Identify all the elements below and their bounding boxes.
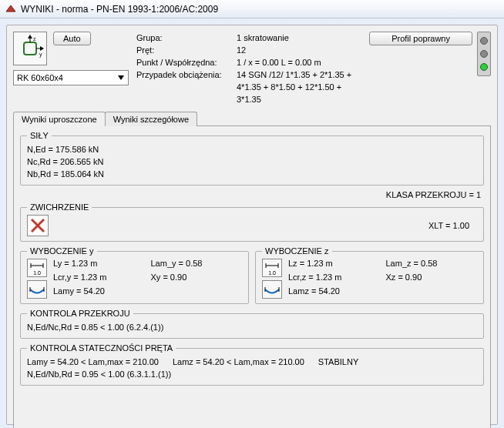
window-title: WYNIKI - norma - PN-EN 1993-1:2006/AC:20… xyxy=(21,4,218,15)
wyb-z-lamz2: Lamz = 54.20 xyxy=(288,286,380,299)
profile-combo-value: RK 60x60x4 xyxy=(17,73,63,82)
wyb-z-lcr: Lcr,z = 1.23 m xyxy=(288,273,380,285)
length-z-icon[interactable]: 1.0 xyxy=(262,259,282,277)
svg-marker-7 xyxy=(118,75,124,80)
kontrola-s-c1: Lamy = 54.20 < Lam,max = 210.00 xyxy=(27,356,159,368)
wyboczenie-y-fieldset: WYBOCZENIE y 1.0 xyxy=(20,246,249,304)
svg-marker-2 xyxy=(28,35,32,38)
svg-marker-5 xyxy=(40,46,44,51)
wyb-y-ly: Ly = 1.23 m xyxy=(53,259,145,271)
section-preview-icon[interactable]: z y xyxy=(13,32,47,65)
kontrola-statecznosci-fieldset: KONTROLA STATECZNOŚCI PRĘTA Lamy = 54.20… xyxy=(20,343,484,386)
svg-text:y: y xyxy=(39,52,42,58)
buckling-y-icon[interactable] xyxy=(27,280,47,299)
zwichrzenie-fieldset: ZWICHRZENIE XLT = 1.00 xyxy=(20,202,484,242)
kontrola-s-c3: STABILNY xyxy=(318,356,358,368)
auto-button[interactable]: Auto xyxy=(53,32,91,45)
wyb-z-xz: Xz = 0.90 xyxy=(386,273,478,285)
zwich-legend: ZWICHRZENIE xyxy=(27,202,92,212)
tab-detailed[interactable]: Wyniki szczegółowe xyxy=(105,112,197,126)
wyb-z-lamz: Lam_z = 0.58 xyxy=(386,259,478,271)
buckling-z-icon[interactable] xyxy=(262,280,282,299)
tabs: Wyniki uproszczone Wyniki szczegółowe xyxy=(13,112,491,126)
traffic-yellow-icon xyxy=(480,50,488,58)
wyb-y-lamy2: Lamy = 54.20 xyxy=(53,286,145,299)
kontrola-przekroju-fieldset: KONTROLA PRZEKROJU N,Ed/Nc,Rd = 0.85 < 1… xyxy=(20,309,484,339)
svg-text:z: z xyxy=(33,36,36,42)
kontrola-s-c2: Lamz = 54.20 < Lam,max = 210.00 xyxy=(173,356,304,368)
wyb-y-legend: WYBOCZENIE y xyxy=(27,246,97,256)
sily-legend: SIŁY xyxy=(27,131,52,140)
top-left: z y Auto RK 60x60x4 xyxy=(13,32,130,105)
sily-ncrd: Nc,Rd = 206.565 kN xyxy=(27,155,477,168)
grupa-label: Grupa: xyxy=(136,32,237,44)
app-icon xyxy=(5,3,17,15)
sily-ned: N,Ed = 175.586 kN xyxy=(27,143,477,155)
kontrola-p-legend: KONTROLA PRZEKROJU xyxy=(27,309,133,318)
kontrola-p-l1: N,Ed/Nc,Rd = 0.85 < 1.00 (6.2.4.(1)) xyxy=(27,321,477,333)
kontrola-s-l2: N,Ed/Nb,Rd = 0.95 < 1.00 (6.3.1.1.(1)) xyxy=(27,368,477,380)
wyb-y-xy: Xy = 0.90 xyxy=(151,273,243,285)
kontrola-s-legend: KONTROLA STATECZNOŚCI PRĘTA xyxy=(27,343,176,353)
wyb-y-lamy: Lam_y = 0.58 xyxy=(151,259,243,271)
przypadek-label: Przypadek obciążenia: xyxy=(136,69,237,105)
tab-simplified[interactable]: Wyniki uproszczone xyxy=(13,112,106,126)
sily-fieldset: SIŁY N,Ed = 175.586 kN Nc,Rd = 206.565 k… xyxy=(20,131,484,186)
wyb-z-lz: Lz = 1.23 m xyxy=(288,259,380,271)
profile-status: Profil poprawny xyxy=(369,32,491,105)
xlt-value: XLT = 1.00 xyxy=(428,221,469,230)
pret-value: 12 xyxy=(237,44,363,56)
przypadek-value: 14 SGN /12/ 1*1.35 + 2*1.35 + 4*1.35 + 8… xyxy=(237,69,363,105)
wyb-z-legend: WYBOCZENIE z xyxy=(262,246,332,256)
traffic-green-icon xyxy=(480,63,488,71)
tab-content: SIŁY N,Ed = 175.586 kN Nc,Rd = 206.565 k… xyxy=(13,125,491,428)
sily-nbrd: Nb,Rd = 185.064 kN xyxy=(27,168,477,180)
wyboczenie-z-fieldset: WYBOCZENIE z 1.0 xyxy=(255,246,484,304)
grupa-value: 1 skratowanie xyxy=(237,32,363,44)
length-y-icon[interactable]: 1.0 xyxy=(27,259,47,277)
cross-icon[interactable] xyxy=(27,215,49,236)
svg-rect-0 xyxy=(24,42,36,55)
traffic-red-icon xyxy=(480,37,488,45)
pret-label: Pręt: xyxy=(136,44,237,56)
klasa-przekroju: KLASA PRZEKROJU = 1 xyxy=(20,190,481,199)
main-panel: z y Auto RK 60x60x4 Grupa: 1 skratowanie xyxy=(6,25,498,425)
top-row: z y Auto RK 60x60x4 Grupa: 1 skratowanie xyxy=(13,32,491,105)
profile-status-button[interactable]: Profil poprawny xyxy=(369,32,472,45)
punkt-label: Punkt / Współrzędna: xyxy=(136,56,237,69)
wyb-y-lcr: Lcr,y = 1.23 m xyxy=(53,273,145,285)
punkt-value: 1 / x = 0.00 L = 0.00 m xyxy=(237,56,363,69)
info-grid: Grupa: 1 skratowanie Pręt: 12 Punkt / Ws… xyxy=(136,32,363,105)
chevron-down-icon xyxy=(116,72,126,83)
titlebar: WYNIKI - norma - PN-EN 1993-1:2006/AC:20… xyxy=(0,0,504,18)
profile-combo[interactable]: RK 60x60x4 xyxy=(13,70,129,85)
traffic-light xyxy=(477,32,491,76)
